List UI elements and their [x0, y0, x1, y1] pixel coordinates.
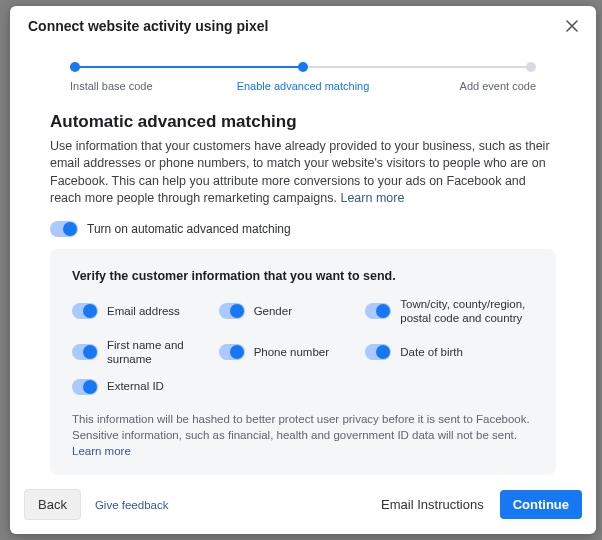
verify-info-title: Verify the customer information that you…: [72, 269, 534, 283]
advanced-matching-toggle[interactable]: [50, 221, 78, 237]
step-dot: [526, 62, 536, 72]
card-note: This information will be hashed to bette…: [72, 411, 534, 459]
step-install-base-code: Install base code: [70, 58, 170, 92]
toggle-gender[interactable]: [219, 303, 245, 319]
progress-stepper: Install base code Enable advanced matchi…: [70, 58, 536, 98]
advanced-matching-toggle-label: Turn on automatic advanced matching: [87, 222, 291, 236]
option-email: Email address: [72, 297, 213, 326]
step-label: Install base code: [70, 80, 153, 92]
back-button[interactable]: Back: [24, 489, 81, 520]
footer-left: Back Give feedback: [24, 489, 168, 520]
modal-title: Connect website activity using pixel: [28, 18, 268, 34]
toggle-location[interactable]: [365, 303, 391, 319]
description-text: Use information that your customers have…: [50, 139, 550, 205]
learn-more-link[interactable]: Learn more: [340, 191, 404, 205]
step-enable-advanced-matching: Enable advanced matching: [243, 58, 363, 92]
main-toggle-row: Turn on automatic advanced matching: [50, 221, 556, 237]
modal-body: Install base code Enable advanced matchi…: [10, 42, 596, 479]
option-name: First name and surname: [72, 338, 213, 367]
card-note-text: This information will be hashed to bette…: [72, 413, 530, 441]
option-location: Town/city, county/region, postal code an…: [365, 297, 534, 326]
toggle-phone[interactable]: [219, 344, 245, 360]
option-dob: Date of birth: [365, 338, 534, 367]
continue-button[interactable]: Continue: [500, 490, 582, 519]
option-label: Town/city, county/region, postal code an…: [400, 297, 534, 326]
option-label: Phone number: [254, 345, 329, 359]
section-description: Use information that your customers have…: [50, 138, 556, 207]
options-grid: Email address Gender Town/city, county/r…: [72, 297, 534, 395]
modal-footer: Back Give feedback Email Instructions Co…: [10, 479, 596, 534]
option-external-id: External ID: [72, 379, 213, 395]
give-feedback-link[interactable]: Give feedback: [95, 499, 169, 511]
toggle-external-id[interactable]: [72, 379, 98, 395]
step-label: Enable advanced matching: [237, 80, 370, 92]
step-dot: [298, 62, 308, 72]
toggle-dob[interactable]: [365, 344, 391, 360]
option-phone: Phone number: [219, 338, 360, 367]
option-label: Date of birth: [400, 345, 463, 359]
step-dot: [70, 62, 80, 72]
email-instructions-button[interactable]: Email Instructions: [381, 497, 484, 512]
verify-info-card: Verify the customer information that you…: [50, 249, 556, 475]
toggle-email[interactable]: [72, 303, 98, 319]
option-label: First name and surname: [107, 338, 213, 367]
option-label: Gender: [254, 304, 292, 318]
close-icon[interactable]: [564, 18, 580, 34]
modal-header: Connect website activity using pixel: [10, 6, 596, 42]
section-heading: Automatic advanced matching: [50, 112, 556, 132]
option-label: Email address: [107, 304, 180, 318]
step-label: Add event code: [460, 80, 536, 92]
footer-right: Email Instructions Continue: [381, 490, 582, 519]
pixel-setup-modal: Connect website activity using pixel Ins…: [10, 6, 596, 534]
option-gender: Gender: [219, 297, 360, 326]
option-label: External ID: [107, 379, 164, 393]
toggle-name[interactable]: [72, 344, 98, 360]
step-add-event-code: Add event code: [436, 58, 536, 92]
note-learn-more-link[interactable]: Learn more: [72, 445, 131, 457]
